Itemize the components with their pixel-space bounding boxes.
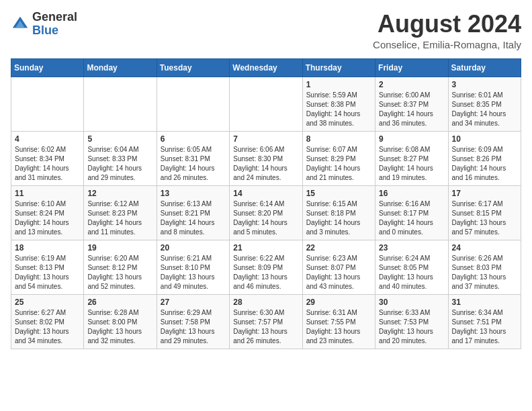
- day-number: 18: [15, 243, 80, 253]
- cell-content: Sunrise: 6:01 AM Sunset: 8:35 PM Dayligh…: [452, 91, 517, 128]
- cell-content: Sunrise: 6:33 AM Sunset: 7:53 PM Dayligh…: [379, 308, 444, 346]
- day-number: 5: [87, 134, 152, 144]
- cell-content: Sunrise: 6:05 AM Sunset: 8:31 PM Dayligh…: [161, 145, 226, 183]
- calendar-cell: 8Sunrise: 6:07 AM Sunset: 8:29 PM Daylig…: [302, 131, 375, 185]
- cell-content: Sunrise: 6:15 AM Sunset: 8:18 PM Dayligh…: [306, 199, 371, 237]
- cell-content: Sunrise: 6:30 AM Sunset: 7:57 PM Dayligh…: [233, 308, 298, 346]
- calendar-header: Sunday Monday Tuesday Wednesday Thursday…: [11, 58, 521, 77]
- cell-content: Sunrise: 6:16 AM Sunset: 8:17 PM Dayligh…: [379, 199, 444, 237]
- month-year: August 2024: [373, 11, 521, 38]
- day-number: 30: [379, 298, 444, 307]
- calendar-week-3: 11Sunrise: 6:10 AM Sunset: 8:24 PM Dayli…: [11, 185, 521, 240]
- cell-content: Sunrise: 6:31 AM Sunset: 7:55 PM Dayligh…: [306, 308, 371, 346]
- calendar-cell: 12Sunrise: 6:12 AM Sunset: 8:23 PM Dayli…: [84, 185, 157, 240]
- header-saturday: Saturday: [448, 58, 521, 77]
- calendar-cell: 18Sunrise: 6:19 AM Sunset: 8:13 PM Dayli…: [11, 240, 84, 294]
- header: General Blue August 2024 Conselice, Emil…: [11, 11, 521, 50]
- day-number: 6: [161, 134, 226, 144]
- calendar-cell: [157, 77, 229, 131]
- calendar-table: Sunday Monday Tuesday Wednesday Thursday…: [11, 58, 521, 349]
- calendar-week-5: 25Sunrise: 6:27 AM Sunset: 8:02 PM Dayli…: [11, 294, 521, 349]
- calendar-cell: 2Sunrise: 6:00 AM Sunset: 8:37 PM Daylig…: [375, 77, 448, 131]
- calendar-cell: 15Sunrise: 6:15 AM Sunset: 8:18 PM Dayli…: [302, 185, 375, 240]
- day-number: 24: [452, 243, 517, 253]
- calendar-cell: 5Sunrise: 6:04 AM Sunset: 8:33 PM Daylig…: [84, 131, 157, 185]
- calendar-cell: 28Sunrise: 6:30 AM Sunset: 7:57 PM Dayli…: [230, 294, 302, 349]
- calendar-cell: 30Sunrise: 6:33 AM Sunset: 7:53 PM Dayli…: [375, 294, 448, 349]
- calendar-cell: 31Sunrise: 6:34 AM Sunset: 7:51 PM Dayli…: [448, 294, 521, 349]
- day-number: 29: [306, 298, 371, 307]
- header-friday: Friday: [375, 58, 448, 77]
- cell-content: Sunrise: 6:04 AM Sunset: 8:33 PM Dayligh…: [87, 145, 152, 183]
- day-number: 27: [161, 298, 226, 307]
- header-sunday: Sunday: [11, 58, 84, 77]
- day-number: 9: [379, 134, 444, 144]
- location: Conselice, Emilia-Romagna, Italy: [373, 39, 521, 50]
- calendar-cell: 29Sunrise: 6:31 AM Sunset: 7:55 PM Dayli…: [302, 294, 375, 349]
- day-number: 1: [306, 80, 371, 89]
- day-number: 15: [306, 189, 371, 198]
- calendar-cell: [230, 77, 302, 131]
- calendar-week-1: 1Sunrise: 5:59 AM Sunset: 8:38 PM Daylig…: [11, 77, 521, 131]
- cell-content: Sunrise: 6:08 AM Sunset: 8:27 PM Dayligh…: [379, 145, 444, 183]
- day-number: 3: [452, 80, 517, 89]
- cell-content: Sunrise: 6:27 AM Sunset: 8:02 PM Dayligh…: [15, 308, 80, 346]
- calendar-cell: 10Sunrise: 6:09 AM Sunset: 8:26 PM Dayli…: [448, 131, 521, 185]
- calendar-week-2: 4Sunrise: 6:02 AM Sunset: 8:34 PM Daylig…: [11, 131, 521, 185]
- calendar-cell: 21Sunrise: 6:22 AM Sunset: 8:09 PM Dayli…: [230, 240, 302, 294]
- logo-icon: [11, 15, 30, 34]
- day-number: 12: [87, 189, 152, 198]
- day-number: 22: [306, 243, 371, 253]
- calendar-cell: 23Sunrise: 6:24 AM Sunset: 8:05 PM Dayli…: [375, 240, 448, 294]
- cell-content: Sunrise: 6:09 AM Sunset: 8:26 PM Dayligh…: [452, 145, 517, 183]
- calendar-cell: 13Sunrise: 6:13 AM Sunset: 8:21 PM Dayli…: [157, 185, 229, 240]
- day-number: 4: [15, 134, 80, 144]
- calendar-cell: 9Sunrise: 6:08 AM Sunset: 8:27 PM Daylig…: [375, 131, 448, 185]
- day-number: 8: [306, 134, 371, 144]
- day-number: 20: [161, 243, 226, 253]
- cell-content: Sunrise: 6:20 AM Sunset: 8:12 PM Dayligh…: [87, 254, 152, 291]
- cell-content: Sunrise: 6:28 AM Sunset: 8:00 PM Dayligh…: [87, 308, 152, 346]
- cell-content: Sunrise: 6:12 AM Sunset: 8:23 PM Dayligh…: [87, 199, 152, 237]
- day-number: 21: [233, 243, 298, 253]
- calendar-cell: 26Sunrise: 6:28 AM Sunset: 8:00 PM Dayli…: [84, 294, 157, 349]
- calendar-cell: 25Sunrise: 6:27 AM Sunset: 8:02 PM Dayli…: [11, 294, 84, 349]
- day-number: 17: [452, 189, 517, 198]
- calendar-cell: 19Sunrise: 6:20 AM Sunset: 8:12 PM Dayli…: [84, 240, 157, 294]
- cell-content: Sunrise: 6:19 AM Sunset: 8:13 PM Dayligh…: [15, 254, 80, 291]
- calendar-cell: 24Sunrise: 6:26 AM Sunset: 8:03 PM Dayli…: [448, 240, 521, 294]
- cell-content: Sunrise: 6:13 AM Sunset: 8:21 PM Dayligh…: [161, 199, 226, 237]
- calendar-cell: 4Sunrise: 6:02 AM Sunset: 8:34 PM Daylig…: [11, 131, 84, 185]
- header-row: Sunday Monday Tuesday Wednesday Thursday…: [11, 58, 521, 77]
- day-number: 16: [379, 189, 444, 198]
- calendar-cell: 1Sunrise: 5:59 AM Sunset: 8:38 PM Daylig…: [302, 77, 375, 131]
- day-number: 26: [87, 298, 152, 307]
- calendar-cell: [11, 77, 84, 131]
- cell-content: Sunrise: 6:26 AM Sunset: 8:03 PM Dayligh…: [452, 254, 517, 291]
- cell-content: Sunrise: 5:59 AM Sunset: 8:38 PM Dayligh…: [306, 91, 371, 128]
- calendar-cell: 14Sunrise: 6:14 AM Sunset: 8:20 PM Dayli…: [230, 185, 302, 240]
- day-number: 19: [87, 243, 152, 253]
- cell-content: Sunrise: 6:22 AM Sunset: 8:09 PM Dayligh…: [233, 254, 298, 291]
- calendar-cell: 11Sunrise: 6:10 AM Sunset: 8:24 PM Dayli…: [11, 185, 84, 240]
- day-number: 23: [379, 243, 444, 253]
- calendar-cell: 3Sunrise: 6:01 AM Sunset: 8:35 PM Daylig…: [448, 77, 521, 131]
- calendar-cell: 16Sunrise: 6:16 AM Sunset: 8:17 PM Dayli…: [375, 185, 448, 240]
- day-number: 10: [452, 134, 517, 144]
- day-number: 14: [233, 189, 298, 198]
- header-tuesday: Tuesday: [157, 58, 229, 77]
- day-number: 31: [452, 298, 517, 307]
- cell-content: Sunrise: 6:07 AM Sunset: 8:29 PM Dayligh…: [306, 145, 371, 183]
- day-number: 7: [233, 134, 298, 144]
- calendar-cell: 6Sunrise: 6:05 AM Sunset: 8:31 PM Daylig…: [157, 131, 229, 185]
- day-number: 25: [15, 298, 80, 307]
- logo-blue-text: Blue: [32, 24, 58, 37]
- calendar-cell: 20Sunrise: 6:21 AM Sunset: 8:10 PM Dayli…: [157, 240, 229, 294]
- calendar-body: 1Sunrise: 5:59 AM Sunset: 8:38 PM Daylig…: [11, 77, 521, 349]
- logo: General Blue: [11, 11, 77, 38]
- header-monday: Monday: [84, 58, 157, 77]
- logo-general-text: General: [32, 10, 77, 24]
- cell-content: Sunrise: 6:34 AM Sunset: 7:51 PM Dayligh…: [452, 308, 517, 346]
- calendar-week-4: 18Sunrise: 6:19 AM Sunset: 8:13 PM Dayli…: [11, 240, 521, 294]
- cell-content: Sunrise: 6:29 AM Sunset: 7:58 PM Dayligh…: [161, 308, 226, 346]
